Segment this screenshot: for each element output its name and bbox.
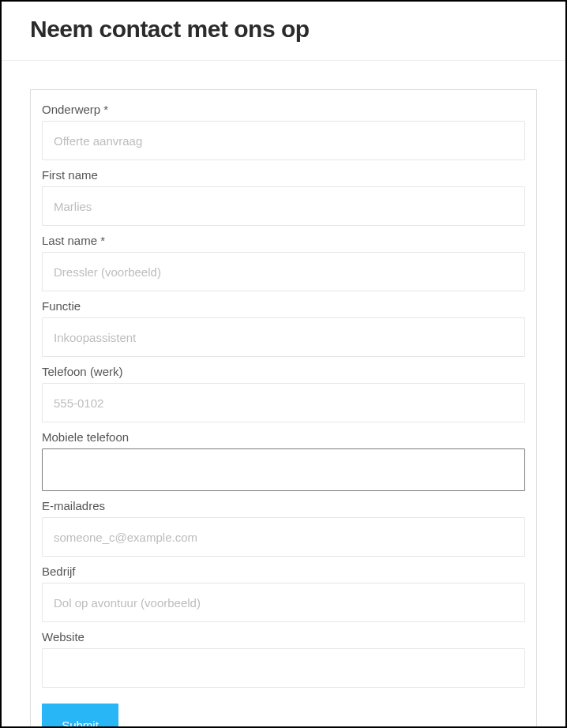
window-frame: Neem contact met ons op Onderwerp * Firs… [0, 0, 567, 728]
form-group-onderwerp: Onderwerp * [42, 99, 525, 160]
label-website: Website [42, 627, 525, 648]
label-bedrijf: Bedrijf [42, 561, 525, 583]
form-group-telefoon-werk: Telefoon (werk) [42, 362, 525, 422]
form-group-website: Website [42, 627, 525, 688]
label-email: E-mailadres [42, 496, 525, 517]
page-header: Neem contact met ons op [2, 2, 565, 61]
input-first-name[interactable] [42, 186, 525, 226]
label-last-name: Last name * [42, 231, 525, 252]
submit-button[interactable]: Submit [42, 704, 118, 728]
form-group-functie: Functie [42, 296, 525, 357]
input-mobiele-telefoon[interactable] [42, 448, 525, 491]
label-first-name: First name [42, 165, 525, 186]
label-onderwerp: Onderwerp * [42, 99, 525, 121]
input-email[interactable] [42, 517, 525, 557]
contact-form: Onderwerp * First name Last name * Funct… [30, 89, 537, 728]
form-group-email: E-mailadres [42, 496, 525, 557]
input-telefoon-werk[interactable] [42, 383, 525, 422]
label-mobiele-telefoon: Mobiele telefoon [42, 427, 525, 448]
form-group-bedrijf: Bedrijf [42, 561, 525, 622]
content-area: Onderwerp * First name Last name * Funct… [2, 61, 565, 728]
label-functie: Functie [42, 296, 525, 317]
input-website[interactable] [42, 648, 525, 688]
input-onderwerp[interactable] [42, 121, 525, 160]
label-telefoon-werk: Telefoon (werk) [42, 362, 525, 383]
input-functie[interactable] [42, 317, 525, 357]
page-title: Neem contact met ons op [30, 16, 537, 43]
form-group-last-name: Last name * [42, 231, 525, 291]
input-bedrijf[interactable] [42, 583, 525, 622]
form-group-mobiele-telefoon: Mobiele telefoon [42, 427, 525, 491]
form-group-first-name: First name [42, 165, 525, 226]
input-last-name[interactable] [42, 252, 525, 291]
